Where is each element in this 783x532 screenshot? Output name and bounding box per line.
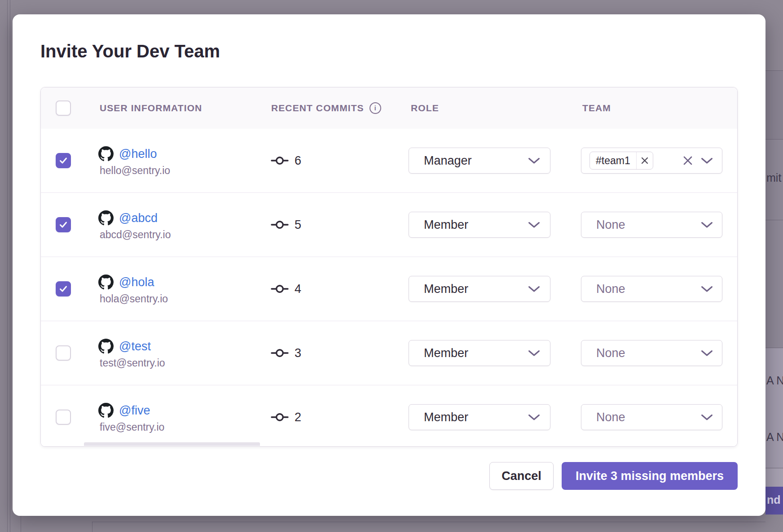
commit-count: 6 (295, 154, 301, 168)
chevron-down-icon (528, 350, 540, 357)
team-select[interactable]: #team1 (581, 148, 722, 174)
role-select[interactable]: Member (409, 276, 550, 302)
recent-commits-cell: 5 (271, 193, 301, 257)
chevron-down-icon (701, 414, 713, 421)
table-row: @five five@sentry.io 2 Member None (41, 385, 737, 446)
row-checkbox[interactable] (56, 410, 71, 425)
row-checkbox[interactable] (56, 281, 71, 297)
team-select[interactable]: None (581, 276, 722, 302)
underlay-edge-line (21, 516, 21, 532)
scrolled-row-hint (84, 442, 260, 446)
screen: mit A No A No nd Invite Your Dev Team US… (0, 0, 783, 532)
role-value: Member (424, 346, 468, 360)
recent-commits-cell: 6 (271, 129, 301, 192)
commit-icon (271, 220, 289, 230)
members-table: USER INFORMATION RECENT COMMITS i ROLE T… (40, 87, 738, 447)
github-icon (98, 339, 114, 354)
team-select[interactable]: None (581, 404, 722, 430)
table-row: @test test@sentry.io 3 Member None (41, 321, 737, 385)
role-select[interactable]: Member (409, 404, 550, 430)
table-row: @hello hello@sentry.io 6 Manager #team1 (41, 129, 737, 192)
chevron-down-icon (701, 222, 713, 228)
github-username-link[interactable]: @abcd (119, 211, 158, 225)
underlay-right-strip: mit A No A No nd (765, 0, 783, 532)
underlay-edge-line (92, 522, 783, 522)
table-header-row: USER INFORMATION RECENT COMMITS i ROLE T… (41, 87, 737, 129)
table-body: @hello hello@sentry.io 6 Manager #team1 (41, 129, 737, 446)
recent-commits-cell: 4 (271, 257, 301, 321)
chevron-down-icon (528, 157, 540, 164)
role-select[interactable]: Member (409, 212, 550, 238)
github-username-link[interactable]: @five (119, 404, 150, 418)
user-email: five@sentry.io (100, 421, 164, 433)
team-chip: #team1 (589, 152, 653, 170)
team-value: None (589, 218, 625, 232)
role-select[interactable]: Manager (409, 148, 550, 174)
underlay-purple-button-fragment: nd (765, 487, 783, 515)
check-icon (58, 284, 68, 294)
row-checkbox[interactable] (56, 153, 71, 168)
commit-icon (271, 156, 289, 166)
team-select[interactable]: None (581, 212, 722, 238)
commit-icon (271, 412, 289, 422)
underlay-edge-line (7, 0, 8, 532)
commit-count: 2 (295, 410, 301, 424)
chevron-down-icon (701, 157, 713, 164)
chip-remove-icon[interactable] (636, 152, 653, 169)
user-email: hello@sentry.io (100, 165, 170, 177)
github-icon (98, 275, 114, 290)
role-value: Member (424, 410, 468, 424)
column-header-team: TEAM (582, 87, 611, 129)
github-username-link[interactable]: @test (119, 340, 151, 353)
invite-dev-team-modal: Invite Your Dev Team USER INFORMATION RE… (13, 14, 765, 516)
info-icon[interactable]: i (370, 102, 381, 114)
commit-count: 4 (295, 282, 301, 296)
underlay-edge-line (10, 0, 10, 532)
row-checkbox[interactable] (56, 345, 71, 361)
recent-commits-cell: 2 (271, 385, 301, 446)
modal-title: Invite Your Dev Team (40, 41, 220, 61)
role-select[interactable]: Member (409, 340, 550, 366)
column-header-user-information: USER INFORMATION (100, 87, 202, 129)
github-icon (98, 210, 114, 226)
underlay-button-text-fragment: nd (767, 493, 781, 506)
github-username-link[interactable]: @hola (119, 275, 154, 289)
table-row: @hola hola@sentry.io 4 Member None (41, 257, 737, 321)
commit-icon (271, 284, 289, 294)
user-email: hola@sentry.io (100, 293, 168, 305)
row-checkbox[interactable] (56, 217, 71, 232)
team-select[interactable]: None (581, 340, 722, 366)
select-all-checkbox[interactable] (56, 100, 71, 116)
chevron-down-icon (528, 414, 540, 421)
role-value: Member (424, 282, 468, 296)
chevron-down-icon (701, 286, 713, 292)
team-chip-label: #team1 (590, 155, 636, 167)
chevron-down-icon (528, 286, 540, 292)
team-value: None (589, 282, 625, 296)
cancel-button[interactable]: Cancel (489, 462, 554, 490)
user-email: test@sentry.io (100, 357, 165, 369)
team-value: None (589, 410, 625, 424)
commit-icon (271, 348, 289, 358)
underlay-text-fragment: A No (766, 431, 783, 444)
underlay-text-fragment: mit (766, 171, 781, 184)
github-icon (98, 146, 114, 161)
role-value: Manager (424, 154, 472, 168)
recent-commits-cell: 3 (271, 321, 301, 385)
invite-missing-members-button[interactable]: Invite 3 missing members (562, 462, 738, 490)
user-email: abcd@sentry.io (100, 229, 171, 241)
github-icon (98, 403, 114, 418)
check-icon (58, 220, 68, 230)
clear-icon[interactable] (682, 155, 693, 166)
github-username-link[interactable]: @hello (119, 147, 157, 161)
underlay-edge-line (92, 522, 92, 532)
chevron-down-icon (701, 350, 713, 357)
chevron-down-icon (528, 222, 540, 228)
role-value: Member (424, 218, 468, 232)
underlay-text-fragment: A No (766, 374, 783, 387)
team-value: None (589, 346, 625, 360)
column-header-role: ROLE (411, 87, 439, 129)
commit-count: 3 (295, 346, 301, 360)
commit-count: 5 (295, 218, 301, 232)
check-icon (58, 156, 68, 166)
